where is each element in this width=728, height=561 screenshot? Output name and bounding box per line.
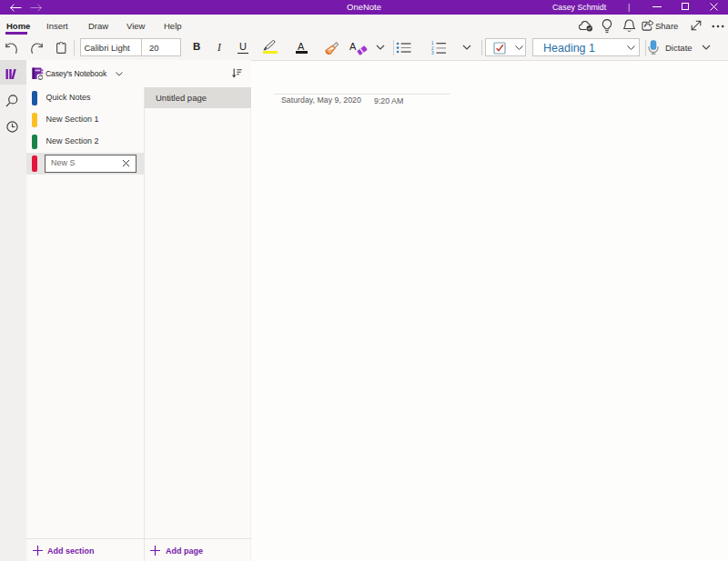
- svg-text:3: 3: [431, 51, 434, 55]
